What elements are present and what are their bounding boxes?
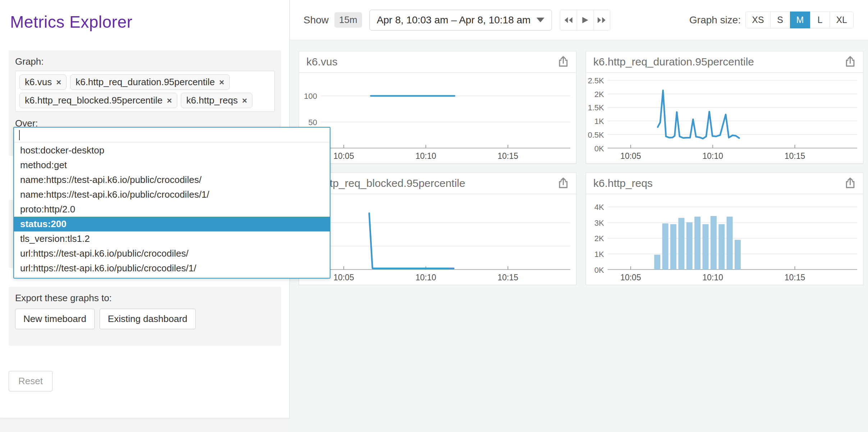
export-graph-icon[interactable] — [845, 177, 856, 190]
svg-text:10:05: 10:05 — [333, 151, 354, 161]
export-graph-icon[interactable] — [558, 177, 569, 190]
chart-plot-duration[interactable]: 0K0.5K1K1.5K2K2.5K10:0510:1010:15 — [586, 73, 863, 163]
svg-text:0.5K: 0.5K — [588, 130, 604, 139]
svg-text:1K: 1K — [594, 117, 604, 126]
time-range-select[interactable]: Apr 8, 10:03 am – Apr 8, 10:18 am — [369, 10, 552, 31]
existing-dashboard-button[interactable]: Existing dashboard — [100, 309, 196, 329]
playback-controls — [560, 10, 610, 31]
graph-size-xs[interactable]: XS — [745, 12, 770, 28]
page-title: Metrics Explorer — [10, 12, 132, 32]
chevron-down-icon — [536, 18, 544, 22]
svg-text:100: 100 — [304, 92, 317, 101]
svg-text:1K: 1K — [594, 250, 604, 259]
graph-size-xl[interactable]: XL — [830, 12, 854, 28]
remove-metric-icon[interactable]: × — [242, 96, 247, 105]
export-section-label: Export these graphs to: — [15, 293, 275, 304]
chart-card-reqs: k6.http_reqs 0K1K2K3K4K10:0510:1010:15 — [586, 173, 863, 285]
chart-plot-vus[interactable]: 5010010:0510:1010:15 — [299, 73, 576, 163]
tag-filter-input[interactable] — [14, 128, 330, 142]
chart-title: k6.http_reqs — [593, 177, 653, 189]
skip-back-icon — [563, 16, 573, 24]
tag-option-list: host:docker-desktopmethod:getname:https:… — [14, 142, 330, 278]
range-length-badge: 15m — [334, 12, 362, 28]
chart-card-blocked: k6.http_req_blocked.95percentile 10:0510… — [299, 173, 576, 285]
tag-option[interactable]: host:docker-desktop — [14, 143, 330, 158]
chart-plot-blocked[interactable]: 10:0510:1010:15 — [299, 194, 576, 284]
metric-tag-label: k6.http_req_duration.95percentile — [76, 77, 215, 88]
text-cursor — [19, 130, 20, 140]
graph-section-label: Graph: — [15, 56, 275, 67]
metric-tag-label: k6.http_req_blocked.95percentile — [25, 95, 163, 106]
chart-plot-reqs[interactable]: 0K1K2K3K4K10:0510:1010:15 — [586, 194, 863, 284]
svg-text:10:15: 10:15 — [785, 151, 805, 161]
chart-title: k6.http_req_duration.95percentile — [593, 56, 754, 68]
new-timeboard-button[interactable]: New timeboard — [15, 309, 95, 329]
tag-option[interactable]: tls_version:tls1.2 — [14, 231, 330, 246]
metric-tag-label: k6.vus — [25, 77, 52, 88]
export-graph-icon[interactable] — [558, 55, 569, 69]
metric-tag[interactable]: k6.vus× — [19, 74, 67, 90]
graph-size-label: Graph size: — [689, 14, 741, 26]
charts-area: k6.vus 5010010:0510:1010:15 k6.http_req_… — [290, 40, 868, 432]
skip-forward-icon — [597, 16, 607, 24]
svg-text:50: 50 — [309, 118, 317, 127]
svg-text:0K: 0K — [594, 144, 604, 153]
metric-tag[interactable]: k6.http_reqs× — [181, 93, 252, 108]
tag-option[interactable]: proto:http/2.0 — [14, 202, 330, 217]
svg-text:10:15: 10:15 — [785, 273, 805, 282]
tag-option[interactable]: status:200 — [14, 217, 330, 231]
remove-metric-icon[interactable]: × — [219, 78, 224, 87]
skip-forward-button[interactable] — [593, 10, 610, 30]
tag-option[interactable]: method:get — [14, 158, 330, 173]
play-icon — [581, 16, 589, 24]
time-range-value: Apr 8, 10:03 am – Apr 8, 10:18 am — [377, 14, 531, 26]
metric-tags-input[interactable]: k6.vus×k6.http_req_duration.95percentile… — [15, 71, 275, 112]
svg-text:10:10: 10:10 — [702, 273, 723, 282]
tag-option[interactable]: name:https://test-api.k6.io/public/croco… — [14, 187, 330, 202]
time-toolbar: Show 15m Apr 8, 10:03 am – Apr 8, 10:18 … — [290, 0, 868, 40]
svg-text:10:05: 10:05 — [620, 273, 641, 282]
graph-size-l[interactable]: L — [810, 12, 830, 28]
export-section: Export these graphs to: New timeboard Ex… — [9, 287, 281, 346]
graph-size-group: XSSMLXL — [746, 12, 854, 28]
chart-title: k6.vus — [306, 56, 338, 68]
metric-tag[interactable]: k6.http_req_duration.95percentile× — [70, 74, 229, 90]
svg-text:10:15: 10:15 — [498, 151, 518, 161]
show-label: Show — [303, 14, 329, 26]
svg-text:0K: 0K — [594, 266, 604, 275]
svg-text:1.5K: 1.5K — [588, 103, 604, 112]
svg-text:4K: 4K — [594, 203, 604, 212]
chart-card-duration: k6.http_req_duration.95percentile 0K0.5K… — [586, 51, 863, 164]
remove-metric-icon[interactable]: × — [56, 78, 61, 87]
svg-text:2.5K: 2.5K — [588, 76, 604, 85]
tag-filter-dropdown: host:docker-desktopmethod:getname:https:… — [13, 127, 330, 279]
remove-metric-icon[interactable]: × — [167, 96, 172, 105]
tag-option[interactable]: url:https://test-api.k6.io/public/crocod… — [14, 261, 330, 276]
export-graph-icon[interactable] — [845, 55, 856, 69]
graph-size-m[interactable]: M — [790, 12, 810, 28]
svg-text:10:10: 10:10 — [702, 151, 723, 161]
svg-text:10:05: 10:05 — [620, 151, 641, 161]
svg-text:10:10: 10:10 — [415, 273, 436, 282]
svg-text:2K: 2K — [594, 90, 604, 99]
svg-text:10:15: 10:15 — [498, 273, 518, 282]
chart-card-vus: k6.vus 5010010:0510:1010:15 — [299, 51, 576, 164]
metric-tag[interactable]: k6.http_req_blocked.95percentile× — [19, 93, 177, 108]
skip-back-button[interactable] — [560, 10, 577, 30]
metric-tag-label: k6.http_reqs — [186, 95, 238, 106]
play-button[interactable] — [577, 10, 593, 30]
svg-text:10:10: 10:10 — [415, 151, 436, 161]
reset-button[interactable]: Reset — [9, 371, 52, 391]
svg-text:10:05: 10:05 — [333, 273, 354, 282]
svg-text:3K: 3K — [594, 219, 604, 228]
graph-size-s[interactable]: S — [770, 12, 790, 28]
tag-option[interactable]: url:https://test-api.k6.io/public/crocod… — [14, 246, 330, 261]
svg-text:2K: 2K — [594, 234, 604, 243]
tag-option[interactable]: name:https://test-api.k6.io/public/croco… — [14, 173, 330, 187]
